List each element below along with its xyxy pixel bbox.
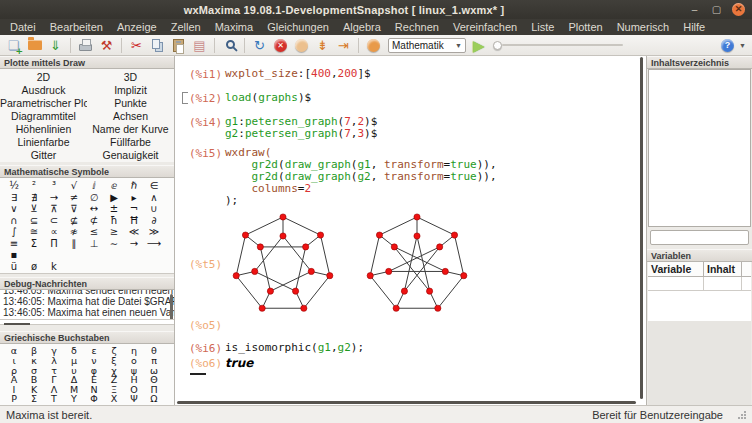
greek-letter-button[interactable]: Χ — [104, 394, 124, 404]
worksheet-horizontal-scrollbar[interactable] — [177, 401, 636, 404]
draw-button-3d[interactable]: 3D — [87, 70, 174, 83]
symbol-button[interactable]: ⟶ — [144, 238, 164, 250]
symbol-button[interactable]: ≅ — [24, 226, 44, 238]
toolbar-overflow-caret-icon[interactable]: ▼ — [739, 42, 746, 49]
menu-gleichungen[interactable]: Gleichungen — [261, 20, 335, 34]
draw-button-name-der-kurve[interactable]: Name der Kurve — [87, 122, 174, 135]
symbol-button[interactable]: ≡ — [4, 238, 24, 250]
symbol-button[interactable]: → — [124, 238, 144, 250]
symbol-button[interactable]: ∝ — [44, 226, 64, 238]
symbol-button[interactable]: ⊻ — [24, 203, 44, 215]
minimize-button[interactable]: – — [688, 3, 701, 16]
symbol-button[interactable]: ⅇ — [104, 180, 124, 192]
input-cell[interactable]: (%i6)is_isomorphic(g1,g2); — [181, 342, 636, 355]
greek-panel-header[interactable]: Griechische Buchstaben — [0, 331, 174, 344]
draw-button-diagrammtitel[interactable]: Diagrammtitel — [0, 109, 87, 122]
symbol-button[interactable]: ⅈ — [84, 180, 104, 192]
symbol-button[interactable]: √ — [64, 180, 84, 192]
menu-hilfe[interactable]: Hilfe — [677, 20, 711, 34]
configure-icon[interactable]: ⚒ — [97, 36, 116, 55]
find-icon[interactable] — [220, 36, 239, 55]
cut-icon[interactable]: ✂ — [127, 36, 146, 55]
symbol-button[interactable]: ² — [24, 180, 44, 192]
toc-list[interactable] — [648, 69, 751, 227]
cell-code[interactable]: wxdraw( gr2d(draw_graph(g1, transform=tr… — [225, 147, 636, 207]
draw-button-achsen[interactable]: Achsen — [87, 109, 174, 122]
symbol-button[interactable]: ∄ — [24, 192, 44, 204]
slider-knob[interactable] — [493, 41, 502, 50]
menu-zellen[interactable]: Zellen — [165, 20, 207, 34]
variables-empty-row[interactable] — [648, 277, 751, 291]
input-cell[interactable]: (%i5)wxdraw( gr2d(draw_graph(g1, transfo… — [181, 147, 636, 207]
variables-panel-header[interactable]: Variablen — [647, 249, 752, 262]
greek-letter-button[interactable]: Φ — [84, 394, 104, 404]
symbol-button[interactable]: ≫ — [144, 226, 164, 238]
symbol-button[interactable]: ▸ — [124, 192, 144, 204]
symbol-button[interactable]: ø — [24, 261, 44, 273]
animation-speed-slider[interactable] — [493, 41, 623, 50]
symbol-button[interactable]: ≤ — [84, 226, 104, 238]
symbol-button[interactable]: ℏ — [124, 180, 144, 192]
symbol-button[interactable]: ⊽ — [64, 203, 84, 215]
symbol-button[interactable]: ∧ — [144, 192, 164, 204]
symbol-button[interactable]: ⊈ — [64, 215, 84, 227]
symbol-button[interactable]: ≪ — [124, 226, 144, 238]
symbol-button[interactable]: ∃ — [4, 192, 24, 204]
greek-letter-button[interactable]: Ψ — [124, 394, 144, 404]
symbol-button[interactable]: ↔ — [84, 203, 104, 215]
menu-algebra[interactable]: Algebra — [337, 20, 387, 34]
cell-code[interactable]: wxplot_size:[400,200]$ — [225, 68, 636, 81]
symbols-panel-header[interactable]: Mathematische Symbole — [0, 165, 174, 178]
debug-log[interactable]: 13:46:05: Maxima sendet einen neuen Satz… — [0, 290, 174, 320]
menu-liste[interactable]: Liste — [525, 20, 560, 34]
symbol-button[interactable]: ∩ — [4, 215, 24, 227]
insertion-cursor[interactable] — [190, 373, 206, 375]
symbol-button[interactable]: ⊂ — [44, 215, 64, 227]
menu-plotten[interactable]: Plotten — [562, 20, 608, 34]
draw-button-punkte[interactable]: Punkte — [87, 96, 174, 109]
symbol-button[interactable]: ∅ — [84, 192, 104, 204]
draw-button-höhenlinien[interactable]: Höhenlinien — [0, 122, 87, 135]
follow-icon[interactable] — [292, 36, 311, 55]
menu-rechnen[interactable]: Rechnen — [389, 20, 445, 34]
draw-button-2d[interactable]: 2D — [0, 70, 87, 83]
input-cell[interactable]: (%i2)load(graphs)$ — [181, 92, 636, 105]
cell-code[interactable]: g1:petersen_graph(7,2)$g2:petersen_graph… — [225, 116, 636, 140]
play-animation-button[interactable]: ▶ — [473, 38, 485, 53]
symbol-button[interactable]: ½ — [4, 180, 24, 192]
draw-button-implizit[interactable]: Implizit — [87, 83, 174, 96]
new-document-icon[interactable]: ❏+ — [4, 36, 23, 55]
debug-panel-header[interactable]: Debug-Nachrichten — [0, 277, 174, 290]
debug-vertical-scrollbar[interactable] — [170, 294, 173, 320]
open-icon[interactable] — [25, 36, 44, 55]
menu-anzeige[interactable]: Anzeige — [111, 20, 163, 34]
save-icon[interactable]: ⇓ — [46, 36, 65, 55]
greek-letter-button[interactable]: Υ — [64, 394, 84, 404]
menu-maxima[interactable]: Maxima — [209, 20, 260, 34]
draw-button-füllfarbe[interactable]: Füllfarbe — [87, 135, 174, 148]
debug-horizontal-scrollbar[interactable] — [0, 320, 174, 325]
restart-maxima-icon[interactable]: ↻ — [250, 36, 269, 55]
symbol-button[interactable]: Ħ — [124, 215, 144, 227]
close-button[interactable]: ✕ — [732, 3, 745, 16]
menu-bearbeiten[interactable]: Bearbeiten — [44, 20, 109, 34]
symbol-button[interactable]: ▪ — [4, 249, 24, 261]
symbol-button[interactable]: ¬ — [124, 203, 144, 215]
resize-grip[interactable] — [737, 410, 746, 419]
toc-panel-header[interactable]: Inhaltsverzeichnis — [647, 56, 752, 69]
draw-button-gitter[interactable]: Gitter — [0, 148, 87, 161]
print-icon[interactable] — [76, 36, 95, 55]
maximize-button[interactable]: ▢ — [710, 3, 723, 16]
symbol-button[interactable]: ▶ — [104, 192, 124, 204]
symbol-button[interactable]: ³ — [44, 180, 64, 192]
menu-numerisch[interactable]: Numerisch — [611, 20, 676, 34]
symbol-button[interactable]: ≥ — [104, 226, 124, 238]
symbol-button[interactable]: ⊆ — [24, 215, 44, 227]
paste-icon[interactable] — [169, 36, 188, 55]
symbol-button[interactable]: ∈ — [144, 180, 164, 192]
draw-button-genauigkeit[interactable]: Genauigkeit — [87, 148, 174, 161]
symbol-button[interactable]: ≉ — [64, 226, 84, 238]
interrupt-icon[interactable]: ✕ — [271, 36, 290, 55]
select-all-icon[interactable]: ▤ — [190, 36, 209, 55]
greek-letter-button[interactable]: Ω — [144, 394, 164, 404]
